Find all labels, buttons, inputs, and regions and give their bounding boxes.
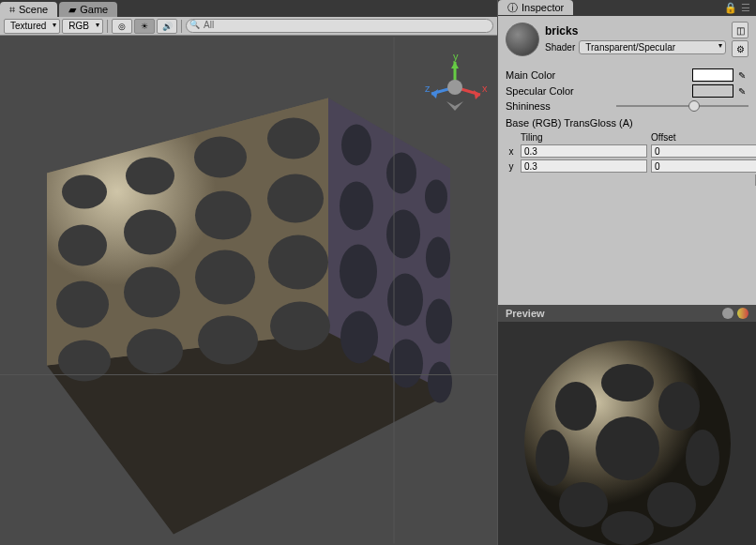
preview-light-icon[interactable] bbox=[737, 308, 748, 319]
divider bbox=[181, 20, 182, 33]
preview-sphere-icon[interactable] bbox=[722, 308, 733, 319]
svg-point-13 bbox=[124, 267, 180, 318]
lock-icon[interactable]: 🔒 bbox=[724, 2, 737, 14]
svg-point-71 bbox=[601, 511, 654, 545]
slider-thumb[interactable] bbox=[688, 100, 700, 112]
scene-toolbar: Textured RGB ◎ ☀ 🔊 All bbox=[0, 17, 497, 36]
svg-text:z: z bbox=[425, 83, 431, 94]
svg-point-12 bbox=[56, 281, 109, 328]
svg-point-64 bbox=[555, 382, 597, 431]
svg-text:x: x bbox=[482, 83, 488, 94]
audio-toggle[interactable]: 🔊 bbox=[157, 19, 177, 34]
material-name: bricks bbox=[545, 24, 726, 38]
svg-point-11 bbox=[267, 174, 324, 223]
specular-color-eyedropper[interactable]: ✎ bbox=[735, 84, 748, 98]
help-icon[interactable]: ◫ bbox=[732, 22, 748, 38]
tab-scene-label: Scene bbox=[19, 4, 48, 15]
tiling-header: Tiling bbox=[521, 132, 647, 143]
svg-point-6 bbox=[194, 137, 247, 178]
rendermode-dropdown[interactable]: RGB bbox=[62, 19, 103, 34]
tab-scene[interactable]: ⌗ Scene bbox=[0, 2, 57, 17]
svg-point-14 bbox=[195, 250, 255, 305]
main-color-label: Main Color bbox=[506, 69, 692, 81]
specular-color-swatch[interactable] bbox=[692, 84, 733, 98]
svg-point-67 bbox=[686, 430, 719, 486]
scene-icon: ⌗ bbox=[9, 4, 15, 16]
axis-x-label: x bbox=[506, 146, 517, 157]
svg-point-19 bbox=[270, 302, 330, 351]
svg-point-20 bbox=[341, 125, 371, 166]
shininess-label: Shininess bbox=[506, 100, 616, 112]
shader-dropdown[interactable]: Transparent/Specular bbox=[579, 40, 726, 54]
shader-label: Shader bbox=[545, 42, 575, 53]
offset-y-input[interactable] bbox=[651, 159, 756, 173]
tab-game-label: Game bbox=[80, 4, 108, 15]
tab-inspector[interactable]: ⓘ Inspector bbox=[498, 0, 573, 15]
offset-header: Offset bbox=[651, 132, 756, 143]
svg-point-9 bbox=[124, 210, 176, 255]
svg-point-17 bbox=[127, 329, 183, 374]
svg-point-7 bbox=[267, 118, 320, 159]
svg-marker-39 bbox=[431, 89, 438, 98]
material-header: bricks Shader Transparent/Specular ◫ ⚙ bbox=[498, 16, 756, 63]
axis-y-label: y bbox=[506, 161, 517, 172]
tiling-y-input[interactable] bbox=[521, 159, 647, 173]
inspector-icon: ⓘ bbox=[507, 1, 518, 15]
svg-point-4 bbox=[62, 175, 107, 209]
scene-tab-bar: ⌗ Scene ▰ Game bbox=[0, 0, 497, 17]
svg-point-28 bbox=[426, 299, 452, 344]
svg-point-22 bbox=[425, 180, 447, 214]
preview-viewport[interactable]: + bbox=[498, 322, 756, 545]
svg-point-15 bbox=[268, 235, 328, 290]
tiling-x-input[interactable] bbox=[521, 144, 647, 158]
svg-point-66 bbox=[536, 430, 569, 486]
base-texture-label: Base (RGB) TransGloss (A) bbox=[506, 117, 748, 129]
svg-point-23 bbox=[340, 182, 373, 231]
search-input[interactable]: All bbox=[186, 19, 493, 33]
svg-point-40 bbox=[447, 80, 462, 95]
svg-point-63 bbox=[601, 364, 654, 401]
svg-point-18 bbox=[198, 316, 258, 365]
preview-header: Preview bbox=[498, 305, 756, 322]
svg-point-5 bbox=[126, 158, 174, 195]
preview-label: Preview bbox=[506, 308, 545, 319]
svg-marker-37 bbox=[451, 62, 459, 68]
svg-point-31 bbox=[428, 362, 452, 403]
svg-marker-41 bbox=[446, 101, 463, 111]
svg-point-25 bbox=[426, 237, 450, 279]
material-preview-ball bbox=[506, 23, 539, 56]
svg-point-24 bbox=[386, 210, 420, 259]
shading-dropdown[interactable]: Textured bbox=[4, 19, 60, 34]
orientation-gizmo[interactable]: x y z bbox=[422, 54, 488, 120]
main-color-eyedropper[interactable]: ✎ bbox=[735, 68, 748, 82]
svg-point-69 bbox=[559, 482, 608, 527]
inspector-tab-bar: ⓘ Inspector 🔒 ☰ bbox=[498, 0, 756, 16]
settings-icon[interactable]: ⚙ bbox=[732, 40, 748, 57]
material-properties: Main Color ✎ Specular Color ✎ Shininess … bbox=[498, 63, 756, 192]
specular-color-label: Specular Color bbox=[506, 85, 692, 97]
tab-game[interactable]: ▰ Game bbox=[59, 2, 117, 17]
main-color-swatch[interactable] bbox=[692, 68, 733, 82]
svg-point-21 bbox=[386, 153, 416, 194]
svg-point-27 bbox=[387, 274, 423, 326]
skybox-toggle[interactable]: ◎ bbox=[112, 19, 132, 34]
svg-point-10 bbox=[195, 191, 251, 240]
svg-point-8 bbox=[58, 225, 107, 266]
svg-point-65 bbox=[658, 382, 700, 431]
svg-point-68 bbox=[596, 416, 659, 480]
shininess-slider[interactable] bbox=[616, 105, 748, 107]
lighting-toggle[interactable]: ☀ bbox=[134, 19, 155, 34]
svg-marker-35 bbox=[474, 90, 480, 99]
svg-point-26 bbox=[340, 245, 377, 299]
divider bbox=[107, 20, 108, 33]
scene-viewport[interactable]: x y z bbox=[0, 36, 497, 545]
offset-x-input[interactable] bbox=[651, 144, 756, 158]
menu-icon[interactable]: ☰ bbox=[741, 2, 750, 14]
svg-point-70 bbox=[647, 482, 696, 527]
svg-point-29 bbox=[340, 311, 378, 364]
preview-sphere bbox=[520, 322, 735, 545]
svg-text:y: y bbox=[453, 54, 459, 62]
game-icon: ▰ bbox=[68, 4, 76, 16]
tab-inspector-label: Inspector bbox=[522, 2, 564, 13]
